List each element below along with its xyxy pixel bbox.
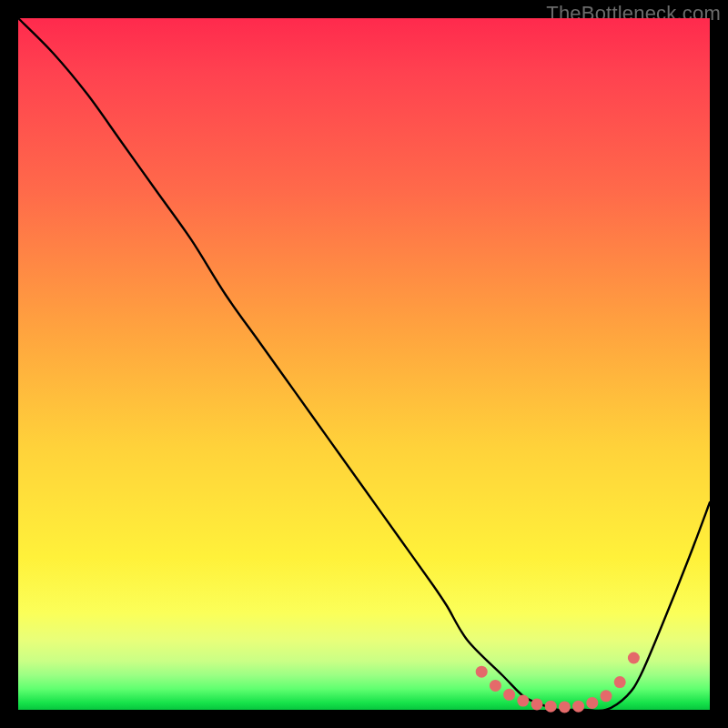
- optimal-dot: [586, 697, 598, 709]
- optimal-dot: [572, 701, 584, 713]
- optimal-range-dots: [476, 652, 640, 713]
- bottleneck-curve: [18, 18, 710, 711]
- optimal-dot: [490, 680, 501, 692]
- optimal-dot: [503, 689, 515, 701]
- optimal-dot: [628, 652, 640, 664]
- optimal-dot: [545, 701, 557, 713]
- optimal-dot: [531, 698, 543, 710]
- optimal-dot: [601, 690, 612, 702]
- optimal-dot: [517, 695, 529, 707]
- curve-svg: [18, 18, 710, 710]
- optimal-dot: [614, 676, 626, 688]
- optimal-dot: [559, 701, 571, 713]
- gradient-plot-area: [18, 18, 710, 710]
- optimal-dot: [476, 666, 488, 678]
- chart-frame: TheBottleneck.com: [0, 0, 728, 728]
